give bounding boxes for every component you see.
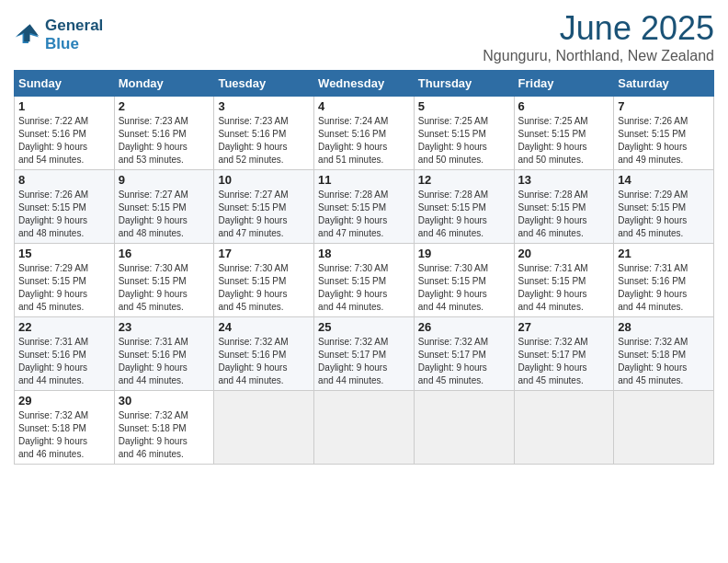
calendar-cell: 29 Sunrise: 7:32 AMSunset: 5:18 PMDaylig… — [15, 391, 115, 465]
cell-info: Sunrise: 7:23 AMSunset: 5:16 PMDaylight:… — [218, 116, 288, 165]
calendar-cell: 2 Sunrise: 7:23 AMSunset: 5:16 PMDayligh… — [114, 97, 214, 170]
calendar-cell: 25 Sunrise: 7:32 AMSunset: 5:17 PMDaylig… — [314, 317, 415, 391]
month-title: June 2025 — [483, 9, 714, 48]
title-area: June 2025 Ngunguru, Northland, New Zeala… — [483, 9, 714, 64]
page-header: General Blue June 2025 Ngunguru, Northla… — [14, 9, 714, 64]
day-number: 8 — [18, 173, 110, 187]
col-header-tuesday: Tuesday — [214, 71, 314, 97]
calendar-cell — [414, 391, 514, 465]
calendar-week-row: 15 Sunrise: 7:29 AMSunset: 5:15 PMDaylig… — [15, 244, 714, 317]
day-number: 4 — [318, 99, 410, 113]
day-number: 16 — [119, 247, 210, 260]
cell-info: Sunrise: 7:32 AMSunset: 5:18 PMDaylight:… — [119, 410, 188, 459]
day-number: 23 — [119, 320, 210, 334]
cell-info: Sunrise: 7:25 AMSunset: 5:15 PMDaylight:… — [518, 116, 588, 165]
location-title: Ngunguru, Northland, New Zealand — [483, 48, 714, 64]
cell-info: Sunrise: 7:26 AMSunset: 5:15 PMDaylight:… — [18, 190, 88, 238]
day-number: 6 — [518, 99, 610, 113]
cell-info: Sunrise: 7:29 AMSunset: 5:15 PMDaylight:… — [18, 263, 88, 312]
calendar-cell: 13 Sunrise: 7:28 AMSunset: 5:15 PMDaylig… — [514, 170, 614, 244]
col-header-friday: Friday — [514, 71, 614, 97]
calendar-cell — [614, 391, 714, 465]
day-number: 13 — [518, 173, 610, 187]
day-number: 18 — [318, 247, 410, 260]
calendar-cell: 3 Sunrise: 7:23 AMSunset: 5:16 PMDayligh… — [214, 97, 314, 170]
calendar-cell — [514, 391, 614, 465]
calendar-header-row: SundayMondayTuesdayWednesdayThursdayFrid… — [15, 71, 714, 97]
day-number: 15 — [18, 247, 110, 260]
cell-info: Sunrise: 7:24 AMSunset: 5:16 PMDaylight:… — [318, 116, 388, 165]
calendar-table: SundayMondayTuesdayWednesdayThursdayFrid… — [14, 70, 714, 465]
day-number: 21 — [618, 247, 710, 260]
calendar-cell: 30 Sunrise: 7:32 AMSunset: 5:18 PMDaylig… — [114, 391, 214, 465]
cell-info: Sunrise: 7:31 AMSunset: 5:16 PMDaylight:… — [119, 337, 188, 385]
day-number: 28 — [618, 320, 710, 334]
day-number: 26 — [418, 320, 510, 334]
cell-info: Sunrise: 7:28 AMSunset: 5:15 PMDaylight:… — [518, 190, 588, 238]
cell-info: Sunrise: 7:27 AMSunset: 5:15 PMDaylight:… — [218, 190, 288, 238]
day-number: 2 — [119, 99, 210, 113]
day-number: 29 — [18, 394, 110, 408]
cell-info: Sunrise: 7:30 AMSunset: 5:15 PMDaylight:… — [418, 263, 488, 312]
day-number: 7 — [618, 99, 710, 113]
cell-info: Sunrise: 7:32 AMSunset: 5:16 PMDaylight:… — [218, 337, 288, 385]
day-number: 25 — [318, 320, 410, 334]
day-number: 24 — [218, 320, 310, 334]
cell-info: Sunrise: 7:32 AMSunset: 5:17 PMDaylight:… — [518, 337, 588, 385]
calendar-cell: 7 Sunrise: 7:26 AMSunset: 5:15 PMDayligh… — [614, 97, 714, 170]
cell-info: Sunrise: 7:31 AMSunset: 5:15 PMDaylight:… — [518, 263, 588, 312]
calendar-cell: 14 Sunrise: 7:29 AMSunset: 5:15 PMDaylig… — [614, 170, 714, 244]
cell-info: Sunrise: 7:26 AMSunset: 5:15 PMDaylight:… — [618, 116, 688, 165]
cell-info: Sunrise: 7:30 AMSunset: 5:15 PMDaylight:… — [119, 263, 188, 312]
calendar-cell: 27 Sunrise: 7:32 AMSunset: 5:17 PMDaylig… — [514, 317, 614, 391]
day-number: 10 — [218, 173, 310, 187]
cell-info: Sunrise: 7:32 AMSunset: 5:18 PMDaylight:… — [18, 410, 88, 459]
cell-info: Sunrise: 7:23 AMSunset: 5:16 PMDaylight:… — [119, 116, 188, 165]
day-number: 9 — [119, 173, 210, 187]
day-number: 12 — [418, 173, 510, 187]
calendar-cell: 11 Sunrise: 7:28 AMSunset: 5:15 PMDaylig… — [314, 170, 415, 244]
col-header-saturday: Saturday — [614, 71, 714, 97]
calendar-cell: 26 Sunrise: 7:32 AMSunset: 5:17 PMDaylig… — [414, 317, 514, 391]
col-header-monday: Monday — [114, 71, 214, 97]
day-number: 27 — [518, 320, 610, 334]
calendar-cell: 12 Sunrise: 7:28 AMSunset: 5:15 PMDaylig… — [414, 170, 514, 244]
day-number: 19 — [418, 247, 510, 260]
day-number: 5 — [418, 99, 510, 113]
calendar-cell: 1 Sunrise: 7:22 AMSunset: 5:16 PMDayligh… — [15, 97, 115, 170]
col-header-thursday: Thursday — [414, 71, 514, 97]
calendar-week-row: 29 Sunrise: 7:32 AMSunset: 5:18 PMDaylig… — [15, 391, 714, 465]
col-header-sunday: Sunday — [15, 71, 115, 97]
cell-info: Sunrise: 7:28 AMSunset: 5:15 PMDaylight:… — [318, 190, 388, 238]
calendar-cell: 8 Sunrise: 7:26 AMSunset: 5:15 PMDayligh… — [15, 170, 115, 244]
day-number: 3 — [218, 99, 310, 113]
calendar-week-row: 8 Sunrise: 7:26 AMSunset: 5:15 PMDayligh… — [15, 170, 714, 244]
day-number: 1 — [18, 99, 110, 113]
cell-info: Sunrise: 7:28 AMSunset: 5:15 PMDaylight:… — [418, 190, 488, 238]
cell-info: Sunrise: 7:29 AMSunset: 5:15 PMDaylight:… — [618, 190, 688, 238]
day-number: 17 — [218, 247, 310, 260]
cell-info: Sunrise: 7:30 AMSunset: 5:15 PMDaylight:… — [318, 263, 388, 312]
cell-info: Sunrise: 7:31 AMSunset: 5:16 PMDaylight:… — [618, 263, 688, 312]
day-number: 11 — [318, 173, 410, 187]
day-number: 20 — [518, 247, 610, 260]
cell-info: Sunrise: 7:31 AMSunset: 5:16 PMDaylight:… — [18, 337, 88, 385]
calendar-cell: 16 Sunrise: 7:30 AMSunset: 5:15 PMDaylig… — [114, 244, 214, 317]
cell-info: Sunrise: 7:30 AMSunset: 5:15 PMDaylight:… — [218, 263, 288, 312]
calendar-cell: 6 Sunrise: 7:25 AMSunset: 5:15 PMDayligh… — [514, 97, 614, 170]
calendar-cell: 24 Sunrise: 7:32 AMSunset: 5:16 PMDaylig… — [214, 317, 314, 391]
calendar-cell: 17 Sunrise: 7:30 AMSunset: 5:15 PMDaylig… — [214, 244, 314, 317]
calendar-cell: 20 Sunrise: 7:31 AMSunset: 5:15 PMDaylig… — [514, 244, 614, 317]
calendar-cell: 23 Sunrise: 7:31 AMSunset: 5:16 PMDaylig… — [114, 317, 214, 391]
calendar-cell: 18 Sunrise: 7:30 AMSunset: 5:15 PMDaylig… — [314, 244, 415, 317]
calendar-week-row: 22 Sunrise: 7:31 AMSunset: 5:16 PMDaylig… — [15, 317, 714, 391]
cell-info: Sunrise: 7:32 AMSunset: 5:17 PMDaylight:… — [318, 337, 388, 385]
calendar-cell: 21 Sunrise: 7:31 AMSunset: 5:16 PMDaylig… — [614, 244, 714, 317]
cell-info: Sunrise: 7:25 AMSunset: 5:15 PMDaylight:… — [418, 116, 488, 165]
calendar-week-row: 1 Sunrise: 7:22 AMSunset: 5:16 PMDayligh… — [15, 97, 714, 170]
col-header-wednesday: Wednesday — [314, 71, 415, 97]
logo-line2: Blue — [45, 35, 103, 53]
calendar-cell — [314, 391, 415, 465]
calendar-cell: 5 Sunrise: 7:25 AMSunset: 5:15 PMDayligh… — [414, 97, 514, 170]
calendar-cell: 28 Sunrise: 7:32 AMSunset: 5:18 PMDaylig… — [614, 317, 714, 391]
